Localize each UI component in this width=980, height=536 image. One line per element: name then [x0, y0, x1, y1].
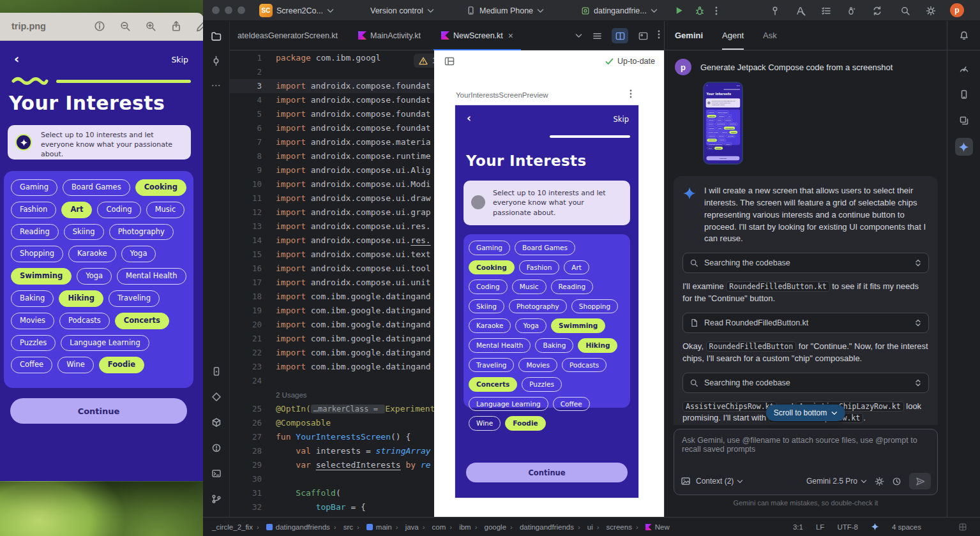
project-widget[interactable]: SC Screen2Co...: [259, 0, 334, 21]
preview-options-button[interactable]: [629, 89, 632, 101]
gemini-settings-button[interactable]: [875, 477, 884, 486]
tab-ask[interactable]: Ask: [763, 21, 777, 50]
back-button[interactable]: ‹: [14, 52, 19, 65]
editor-tab[interactable]: NewScreen.kt ×: [433, 21, 521, 50]
model-selector[interactable]: Gemini 2.5 Pro: [806, 477, 867, 486]
interest-chip[interactable]: Music: [512, 279, 547, 294]
interest-chip[interactable]: Yoga: [77, 268, 112, 285]
expand-step-icon[interactable]: [914, 378, 922, 387]
interest-chip[interactable]: Traveling: [109, 290, 160, 307]
interest-chip[interactable]: Karaoke: [68, 246, 116, 262]
breadcrumb-item[interactable]: main: [353, 523, 392, 531]
interest-chip[interactable]: Karaoke: [469, 318, 511, 333]
back-button[interactable]: ‹: [467, 113, 471, 124]
breadcrumb-item[interactable]: datingandfriends: [506, 523, 574, 531]
interest-chip[interactable]: Art: [564, 260, 589, 275]
interest-chip[interactable]: Podcasts: [562, 358, 607, 373]
device-explorer-tool-button[interactable]: [207, 413, 225, 431]
continue-button[interactable]: Continue: [10, 398, 187, 424]
step-searching-codebase[interactable]: Searching the codebase: [682, 373, 929, 393]
interest-chip[interactable]: Baking: [11, 290, 54, 307]
preview-layout-icon[interactable]: [444, 56, 455, 66]
interest-chip[interactable]: Concerts: [469, 377, 517, 392]
breadcrumb-item[interactable]: google: [471, 523, 506, 531]
breadcrumb-item[interactable]: src: [330, 523, 353, 531]
design-view-button[interactable]: [635, 28, 651, 43]
editor-tab[interactable]: MainActivity.kt: [351, 21, 433, 50]
screenshot-thumbnail[interactable]: ‹ Skip Your Interests Select up to 10 in…: [703, 82, 743, 165]
interest-chip[interactable]: Wine: [469, 416, 501, 431]
step-searching-codebase[interactable]: Searching the codebase: [682, 253, 929, 273]
breadcrumb-item[interactable]: com: [419, 523, 446, 531]
continue-button[interactable]: Continue: [466, 463, 628, 482]
editor-tab[interactable]: ateIdeasGeneratorScreen.kt: [230, 21, 351, 50]
interest-chip[interactable]: Art: [61, 202, 92, 218]
prompt-input[interactable]: [682, 436, 930, 465]
interest-chip[interactable]: Skiing: [469, 299, 504, 314]
interest-chip[interactable]: Photography: [509, 299, 567, 314]
interest-chip[interactable]: Gaming: [11, 179, 57, 196]
profile-avatar[interactable]: p: [950, 3, 964, 17]
running-devices-tool-button[interactable]: [207, 362, 225, 380]
profiler-tool-button[interactable]: [955, 59, 973, 77]
interest-chip[interactable]: Music: [146, 202, 185, 218]
settings-button[interactable]: [926, 0, 936, 21]
problems-tool-button[interactable]: [207, 439, 225, 457]
inspection-button[interactable]: [847, 0, 857, 21]
skip-button[interactable]: Skip: [614, 115, 629, 124]
more-actions-button[interactable]: [715, 0, 718, 21]
commit-tool-button[interactable]: [207, 52, 225, 70]
file-encoding[interactable]: UTF-8: [837, 523, 858, 531]
run-configuration-selector[interactable]: datingandfrie...: [581, 0, 658, 21]
terminal-tool-button[interactable]: [207, 465, 225, 482]
interest-chip[interactable]: Cooking: [135, 179, 186, 196]
info-icon[interactable]: [94, 20, 105, 32]
attach-image-icon[interactable]: [681, 476, 691, 486]
interest-chip[interactable]: Cooking: [469, 260, 515, 275]
interest-chip[interactable]: Movies: [11, 313, 54, 329]
sync-project-button[interactable]: [872, 0, 882, 21]
zoom-out-icon[interactable]: [119, 20, 131, 32]
interest-chip[interactable]: Hiking: [59, 290, 103, 307]
interest-chip[interactable]: Shopping: [11, 246, 63, 262]
code-view-button[interactable]: [589, 28, 605, 43]
debug-button[interactable]: [695, 0, 705, 21]
expand-step-icon[interactable]: [914, 318, 922, 327]
interest-chip[interactable]: Puzzles: [522, 377, 562, 392]
statusbar-corner-icon[interactable]: [958, 523, 967, 532]
gemini-tool-button[interactable]: [955, 138, 973, 156]
interest-chip[interactable]: Concerts: [115, 313, 169, 329]
expand-step-icon[interactable]: [914, 258, 922, 267]
interest-chip[interactable]: Foodie: [99, 357, 144, 373]
history-button[interactable]: [892, 477, 901, 486]
interest-chip[interactable]: Shopping: [571, 299, 618, 314]
device-mirror-button[interactable]: [770, 0, 780, 21]
interest-chip[interactable]: Swimming: [551, 318, 605, 333]
resource-manager-tool-button[interactable]: [955, 112, 973, 130]
interest-chip[interactable]: Traveling: [469, 358, 514, 373]
tab-agent[interactable]: Agent: [722, 21, 744, 50]
close-tab-icon[interactable]: ×: [508, 31, 513, 41]
interest-chip[interactable]: Board Games: [515, 241, 575, 255]
step-read-file[interactable]: Read RoundedFilledButton.kt: [682, 313, 929, 333]
device-manager-tool-button[interactable]: [955, 86, 973, 103]
scroll-to-bottom-button[interactable]: Scroll to bottom: [766, 405, 845, 421]
interest-chip[interactable]: Photography: [109, 224, 174, 241]
interest-chip[interactable]: Mental Health: [469, 338, 531, 353]
line-separator[interactable]: LF: [816, 523, 824, 531]
interest-chip[interactable]: Coding: [469, 279, 508, 294]
interest-chip[interactable]: Swimming: [11, 268, 72, 285]
interest-chip[interactable]: Gaming: [469, 241, 510, 255]
interest-chip[interactable]: Podcasts: [59, 313, 110, 329]
run-button[interactable]: [674, 0, 684, 21]
interest-chip[interactable]: Coding: [97, 202, 140, 218]
interest-chip[interactable]: Mental Health: [117, 268, 186, 285]
device-selector[interactable]: Medium Phone: [466, 0, 544, 21]
close-button[interactable]: [212, 6, 220, 14]
breadcrumb-item[interactable]: _circle_2_fix: [212, 523, 253, 531]
interest-chip[interactable]: Reading: [551, 279, 594, 294]
preview-name[interactable]: YourInterestsScreenPreview: [456, 91, 638, 99]
minimize-button[interactable]: [225, 6, 232, 14]
interest-chip[interactable]: Puzzles: [11, 335, 56, 352]
interest-chip[interactable]: Skiing: [64, 224, 104, 241]
